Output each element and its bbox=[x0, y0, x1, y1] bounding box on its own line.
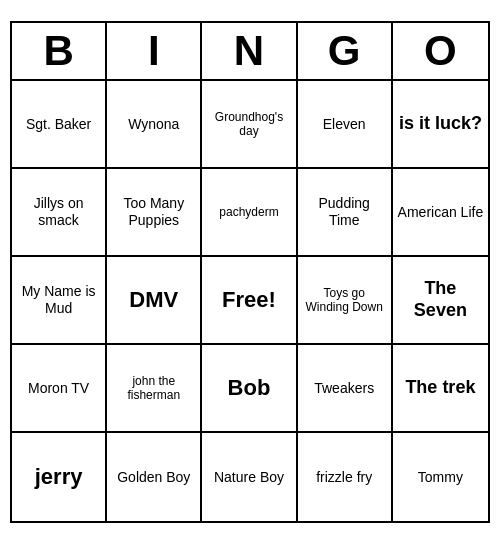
header-letter-b: B bbox=[12, 23, 107, 79]
bingo-cell-3: Eleven bbox=[298, 81, 393, 169]
header-letter-g: G bbox=[298, 23, 393, 79]
bingo-cell-13: Toys go Winding Down bbox=[298, 257, 393, 345]
bingo-cell-7: pachyderm bbox=[202, 169, 297, 257]
bingo-cell-1: Wynona bbox=[107, 81, 202, 169]
bingo-cell-18: Tweakers bbox=[298, 345, 393, 433]
bingo-cell-8: Pudding Time bbox=[298, 169, 393, 257]
bingo-cell-2: Groundhog's day bbox=[202, 81, 297, 169]
bingo-grid: Sgt. BakerWynonaGroundhog's dayElevenis … bbox=[12, 81, 488, 521]
header-letter-o: O bbox=[393, 23, 488, 79]
bingo-cell-22: Nature Boy bbox=[202, 433, 297, 521]
bingo-cell-20: jerry bbox=[12, 433, 107, 521]
bingo-cell-10: My Name is Mud bbox=[12, 257, 107, 345]
bingo-cell-19: The trek bbox=[393, 345, 488, 433]
bingo-cell-12: Free! bbox=[202, 257, 297, 345]
bingo-cell-14: The Seven bbox=[393, 257, 488, 345]
bingo-cell-5: Jillys on smack bbox=[12, 169, 107, 257]
header-letter-i: I bbox=[107, 23, 202, 79]
bingo-cell-11: DMV bbox=[107, 257, 202, 345]
header-letter-n: N bbox=[202, 23, 297, 79]
bingo-cell-4: is it luck? bbox=[393, 81, 488, 169]
bingo-cell-15: Moron TV bbox=[12, 345, 107, 433]
bingo-cell-24: Tommy bbox=[393, 433, 488, 521]
bingo-cell-21: Golden Boy bbox=[107, 433, 202, 521]
bingo-cell-23: frizzle fry bbox=[298, 433, 393, 521]
bingo-cell-6: Too Many Puppies bbox=[107, 169, 202, 257]
bingo-cell-9: American Life bbox=[393, 169, 488, 257]
bingo-cell-17: Bob bbox=[202, 345, 297, 433]
bingo-cell-0: Sgt. Baker bbox=[12, 81, 107, 169]
bingo-card: BINGO Sgt. BakerWynonaGroundhog's dayEle… bbox=[10, 21, 490, 523]
bingo-cell-16: john the fisherman bbox=[107, 345, 202, 433]
bingo-header: BINGO bbox=[12, 23, 488, 81]
